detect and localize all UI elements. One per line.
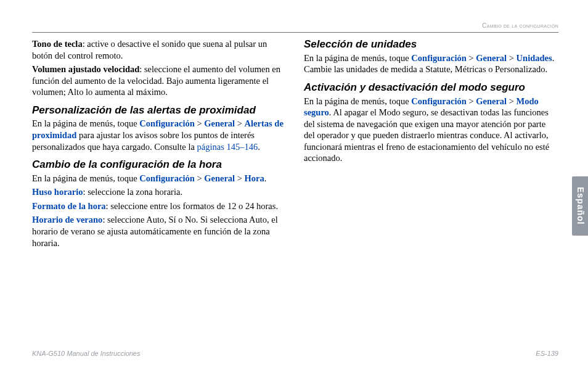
link-configuracion[interactable]: Configuración [139,118,194,128]
running-header: Cambio de la configuración [482,22,558,30]
footer-right: ES-139 [536,349,558,358]
link-configuracion[interactable]: Configuración [411,53,466,63]
link-general[interactable]: General [204,118,235,128]
sep-gt: > [467,53,476,63]
link-unidades[interactable]: Unidades [517,53,552,63]
sep-gt: > [467,96,476,106]
sep-gt: > [195,118,204,128]
modo-post: . Al apagar el Modo seguro, se desactiva… [304,107,549,163]
link-pages[interactable]: páginas 145–146 [197,142,258,152]
tono-label: Tono de tecla [32,39,83,49]
formato-text: : seleccione entre los formatos de 12 o … [106,201,278,211]
huso-paragraph: Huso horario: seleccione la zona horaria… [32,186,287,198]
sep-gt: > [235,118,244,128]
alertas-pre: En la página de menús, toque [32,118,139,128]
modo-paragraph: En la página de menús, toque Configuraci… [304,96,558,164]
section-title-alertas: Personalización de las alertas de proxim… [32,104,287,117]
volumen-label: Volumen ajustado velocidad [32,64,139,74]
footer: KNA-G510 Manual de Instrucciones ES-139 [32,349,558,358]
link-general[interactable]: General [476,96,507,106]
link-general[interactable]: General [476,53,507,63]
huso-text: : seleccione la zona horaria. [83,187,182,197]
formato-label: Formato de la hora [32,201,106,211]
hora-nav-paragraph: En la página de menús, toque Configuraci… [32,173,287,184]
link-configuracion[interactable]: Configuración [139,173,194,183]
section-title-unidades: Selección de unidades [304,38,558,51]
modo-pre: En la página de menús, toque [304,96,411,106]
header-rule [32,32,558,33]
formato-paragraph: Formato de la hora: seleccione entre los… [32,200,287,212]
tono-paragraph: Tono de tecla: active o desactive el son… [32,38,287,61]
link-configuracion[interactable]: Configuración [411,96,466,106]
section-title-hora: Cambio de la configuración de la hora [32,159,287,171]
verano-paragraph: Horario de verano: seleccione Auto, Sí o… [32,214,287,249]
section-title-modo-seguro: Activación y desactivación del modo segu… [304,81,558,94]
sep-gt: > [507,53,516,63]
alertas-paragraph: En la página de menús, toque Configuraci… [32,118,287,152]
sep-gt: > [507,96,516,106]
unidades-paragraph: En la página de menús, toque Configuraci… [304,52,558,75]
hora-pre: En la página de menús, toque [32,173,139,183]
unidades-pre: En la página de menús, toque [304,53,411,63]
content-columns: Tono de tecla: active o desactive el son… [32,38,558,249]
sep-gt: > [195,173,204,183]
sep-gt: > [235,173,244,183]
volumen-paragraph: Volumen ajustado velocidad: seleccione e… [32,64,287,98]
left-column: Tono de tecla: active o desactive el son… [32,38,287,249]
link-hora[interactable]: Hora [245,173,264,183]
footer-left: KNA-G510 Manual de Instrucciones [32,349,140,358]
huso-label: Huso horario [32,187,83,197]
period: . [264,173,267,183]
language-tab[interactable]: Español [572,176,588,236]
verano-label: Horario de verano [32,215,102,225]
period: . [258,142,260,152]
right-column: Selección de unidades En la página de me… [304,38,558,249]
link-general[interactable]: General [204,173,235,183]
